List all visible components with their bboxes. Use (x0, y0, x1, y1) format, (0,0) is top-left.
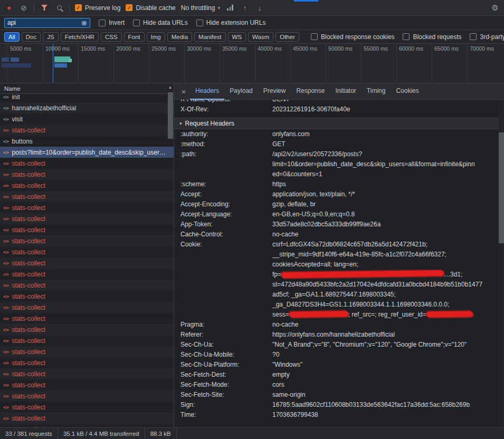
request-name: stats-collect (12, 271, 45, 278)
request-row[interactable]: <>stats-collect (0, 191, 174, 202)
tab-headers[interactable]: Headers (190, 83, 224, 100)
name-column-header[interactable]: Name (0, 83, 174, 94)
details-scrollbar[interactable] (499, 100, 504, 427)
header-name: :path: (174, 149, 272, 179)
filter-funnel-icon[interactable] (40, 3, 49, 13)
scrollbar-thumb[interactable] (168, 92, 173, 139)
type-filter-media[interactable]: Media (167, 32, 192, 42)
header-value-line: fp=…3d1; (272, 270, 496, 280)
request-row[interactable]: <>init (0, 94, 174, 102)
scroll-up-icon[interactable]: ▲ (167, 85, 174, 90)
waterfall-activity-bar (2, 58, 9, 62)
timeline-overview[interactable]: 5000 ms10000 ms15000 ms20000 ms25000 ms3… (0, 44, 504, 83)
script-icon: <> (3, 260, 8, 266)
request-row[interactable]: <>visit (0, 113, 174, 125)
request-row[interactable]: <>stats-collect (0, 280, 174, 291)
clear-network-log-icon[interactable]: ⊘ (19, 3, 28, 13)
filter-bar: ⊗ Invert Hide data URLs Hide extension U… (0, 16, 504, 30)
script-icon: <> (3, 271, 8, 277)
invert-checkbox[interactable]: Invert (99, 19, 125, 26)
tab-response[interactable]: Response (291, 83, 330, 100)
export-har-icon[interactable]: ↓ (255, 3, 264, 13)
scrollbar-thumb[interactable] (499, 132, 504, 243)
header-row: Sec-Fetch-Mode:cors (174, 380, 499, 390)
header-value: https (272, 179, 499, 189)
request-row[interactable]: <>stats-collect (0, 302, 174, 313)
request-row[interactable]: <>stats-collect (0, 269, 174, 280)
request-row[interactable]: <>stats-collect (0, 291, 174, 302)
header-row: Time:1703636799438 (174, 410, 499, 420)
filter-text-field[interactable] (7, 19, 76, 26)
header-value: "Windows" (272, 360, 499, 370)
type-filter-fetch-xhr[interactable]: Fetch/XHR (61, 32, 99, 42)
script-icon: <> (3, 327, 8, 332)
tab-cookies[interactable]: Cookies (391, 83, 424, 100)
request-row[interactable]: <>stats-collect (0, 402, 174, 413)
network-conditions-icon[interactable] (225, 3, 235, 13)
request-row[interactable]: <>stats-collect (0, 224, 174, 235)
disable-cache-checkbox[interactable]: ✓ Disable cache (126, 4, 175, 12)
request-row[interactable]: <>stats-collect (0, 413, 174, 424)
filter-blocked-response-cookies-checkbox[interactable]: Blocked response cookies (311, 33, 394, 41)
type-filter-all[interactable]: All (4, 32, 20, 42)
request-row[interactable]: <>stats-collect (0, 169, 174, 180)
request-row[interactable]: <>stats-collect (0, 235, 174, 246)
request-row[interactable]: <>stats-collect (0, 379, 174, 390)
search-icon[interactable] (54, 3, 64, 13)
main-area: Name <>init<>hannahelizabethofficial<>vi… (0, 83, 504, 427)
hide-data-urls-checkbox[interactable]: Hide data URLs (133, 19, 188, 26)
type-filter-other[interactable]: Other (275, 32, 299, 42)
request-row[interactable]: <>stats-collect (0, 368, 174, 379)
tab-timing[interactable]: Timing (362, 83, 391, 100)
request-row[interactable]: <>stats-collect (0, 313, 174, 324)
header-name: Sec-Ch-Ua-Platform: (174, 360, 272, 370)
type-filter-manifest[interactable]: Manifest (194, 32, 225, 42)
type-filter-css[interactable]: CSS (101, 32, 122, 42)
header-value: 1703636799438 (272, 410, 499, 420)
value-text: csrf=LdfcGX4Sa72db06824c657db26a5d142472… (272, 241, 427, 248)
type-filter-ws[interactable]: WS (228, 32, 246, 42)
filter-blocked-requests-checkbox[interactable]: Blocked requests (403, 33, 461, 41)
request-row[interactable]: <>posts?limit=10&order=publish_date_desc… (0, 147, 174, 158)
header-row: Sec-Fetch-Site:same-origin (174, 390, 499, 400)
filter-input[interactable]: ⊗ (4, 18, 90, 28)
request-row[interactable]: <>stats-collect (0, 390, 174, 402)
request-row[interactable]: <>stats-collect (0, 158, 174, 169)
request-row[interactable]: <>stats-collect (0, 213, 174, 224)
timeline-tick: 25000 ms (149, 44, 184, 83)
type-filter-img[interactable]: Img (147, 32, 165, 42)
type-filter-js[interactable]: JS (43, 32, 58, 42)
request-row[interactable]: <>stats-collect (0, 335, 174, 346)
tab-payload[interactable]: Payload (224, 83, 258, 100)
request-row[interactable]: <>stats-collect (0, 346, 174, 357)
checkbox-box: ✓ (126, 4, 132, 11)
type-filter-wasm[interactable]: Wasm (248, 32, 273, 42)
tab-initiator[interactable]: Initiator (330, 83, 361, 100)
import-har-icon[interactable]: ↑ (240, 3, 250, 13)
hide-extension-urls-checkbox[interactable]: Hide extension URLs (196, 19, 266, 26)
type-filter-doc[interactable]: Doc (22, 32, 41, 42)
preserve-log-checkbox[interactable]: ✓ Preserve log (75, 4, 120, 12)
request-name: stats-collect (12, 215, 45, 223)
request-row[interactable]: <>stats-collect (0, 125, 174, 136)
request-row[interactable]: <>stats-collect (0, 357, 174, 368)
clear-filter-icon[interactable]: ⊗ (81, 20, 87, 26)
record-icon[interactable]: ● (4, 3, 14, 13)
request-row[interactable]: <>stats-collect (0, 324, 174, 335)
header-name: Sec-Fetch-Site: (174, 390, 272, 400)
close-details-icon[interactable]: × (177, 87, 190, 96)
request-headers-section[interactable]: ▾Request Headers (174, 118, 499, 129)
request-row[interactable]: <>stats-collect (0, 257, 174, 269)
request-row[interactable]: <>stats-collect (0, 202, 174, 213)
tab-preview[interactable]: Preview (258, 83, 291, 100)
type-filter-font[interactable]: Font (124, 32, 145, 42)
settings-gear-icon[interactable]: ⚙ (490, 3, 500, 13)
throttling-select[interactable]: No throttling ▾ (181, 4, 220, 12)
request-row[interactable]: <>stats-collect (0, 180, 174, 191)
request-row[interactable]: <>buttons (0, 136, 174, 147)
request-row[interactable]: <>stats-collect (0, 246, 174, 257)
request-list-scrollbar[interactable]: ▲ (167, 83, 174, 427)
request-row[interactable]: <>hannahelizabethofficial (0, 102, 174, 113)
request-row[interactable]: <>stats-collect (0, 424, 174, 427)
filter-3rd-party-requests-checkbox[interactable]: 3rd-party requests (470, 33, 504, 41)
